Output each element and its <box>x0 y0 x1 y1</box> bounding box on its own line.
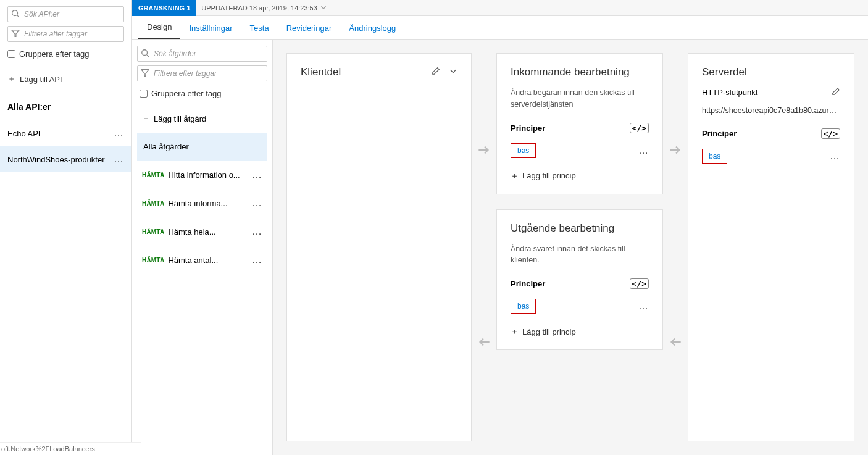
more-icon[interactable]: … <box>114 154 124 165</box>
operation-label: Hämta antal... <box>168 256 218 265</box>
inbound-add-policy-label: Lägg till princip <box>522 171 576 180</box>
chevron-down-icon[interactable] <box>449 66 457 78</box>
svg-line-1 <box>17 15 20 18</box>
operation-item[interactable]: HÄMTA Hitta information o... … <box>137 161 267 189</box>
more-icon[interactable]: … <box>252 254 262 265</box>
add-operation-button[interactable]: ＋ Lägg till åtgärd <box>137 104 267 133</box>
code-icon[interactable]: </> <box>630 123 649 133</box>
revision-updated-text: UPPDATERAD 18 apr, 2019, 14:23:53 <box>201 4 317 12</box>
plus-icon: ＋ <box>511 326 519 337</box>
svg-line-4 <box>147 55 149 57</box>
operation-label: Hitta information o... <box>168 170 240 180</box>
tab-revisions[interactable]: Revideringar <box>278 17 341 39</box>
http-method: HÄMTA <box>142 172 164 178</box>
add-operation-label: Lägg till åtgärd <box>154 114 206 123</box>
status-bar: oft.Network%2FLoadBalancers <box>0 442 141 455</box>
filter-apis-wrap <box>7 26 124 42</box>
svg-point-0 <box>12 10 18 16</box>
chevron-down-icon <box>320 4 327 12</box>
group-by-tag-ops-label: Gruppera efter tagg <box>151 89 221 98</box>
operation-item[interactable]: HÄMTA Hämta hela... … <box>137 217 267 246</box>
http-method: HÄMTA <box>142 228 164 235</box>
group-by-tag-ops-checkbox[interactable] <box>140 90 148 98</box>
inbound-title: Inkommande bearbetning <box>511 66 630 78</box>
backend-endpoint-url: https://shoestoreapi0c7e8a1b80.azurewebs… <box>702 106 840 115</box>
edit-icon[interactable] <box>432 66 440 78</box>
more-icon[interactable]: … <box>252 226 262 237</box>
operation-label: Hämta hela... <box>168 227 215 236</box>
operation-item[interactable]: HÄMTA Hämta informa... … <box>137 189 267 217</box>
search-ops-input[interactable] <box>137 46 267 62</box>
svg-marker-2 <box>12 30 19 37</box>
filter-icon <box>141 69 149 77</box>
outbound-panel: Utgående bearbetning Ändra svaret innan … <box>496 209 663 351</box>
filter-apis-input[interactable] <box>7 26 124 42</box>
tab-bar: Design Inställningar Testa Revideringar … <box>132 16 868 40</box>
group-by-tag-ops[interactable]: Gruppera efter tagg <box>137 85 267 104</box>
tab-test[interactable]: Testa <box>241 17 278 39</box>
search-apis-wrap <box>7 6 124 22</box>
backend-title: Serverdel <box>702 66 747 78</box>
plus-icon: ＋ <box>142 113 150 124</box>
svg-marker-5 <box>141 70 149 77</box>
tab-changelog[interactable]: Ändringslogg <box>340 17 404 39</box>
search-apis-input[interactable] <box>7 6 124 22</box>
group-by-tag-label: Gruppera efter tagg <box>19 49 89 59</box>
filter-ops-input[interactable] <box>137 65 267 81</box>
revision-pill[interactable]: GRANSKNING 1 <box>132 0 196 16</box>
backend-policies-label: Principer <box>702 129 737 138</box>
inbound-add-policy[interactable]: ＋ Lägg till princip <box>511 167 649 182</box>
inbound-policies-label: Principer <box>511 123 545 133</box>
operation-item[interactable]: HÄMTA Hämta antal... … <box>137 246 267 274</box>
filter-ops-wrap <box>137 65 267 81</box>
inbound-panel: Inkommande bearbetning Ändra begäran inn… <box>496 53 663 194</box>
more-icon[interactable]: … <box>830 151 840 162</box>
revision-updated[interactable]: UPPDATERAD 18 apr, 2019, 14:23:53 <box>196 4 332 12</box>
operation-label: Hämta informa... <box>168 199 227 208</box>
plus-icon: ＋ <box>511 170 519 182</box>
search-icon <box>141 49 149 57</box>
middle-stack: Inkommande bearbetning Ändra begäran inn… <box>496 53 663 441</box>
code-icon[interactable]: </> <box>630 278 649 289</box>
edit-icon[interactable] <box>832 87 840 98</box>
arrow-col-1 <box>472 53 496 441</box>
more-icon[interactable]: … <box>638 301 649 312</box>
group-by-tag-apis-checkbox[interactable] <box>7 50 15 58</box>
more-icon[interactable]: … <box>252 169 262 180</box>
more-icon[interactable]: … <box>638 145 649 156</box>
revision-bar: GRANSKNING 1 UPPDATERAD 18 apr, 2019, 14… <box>132 0 868 16</box>
outbound-add-policy-label: Lägg till princip <box>522 327 576 336</box>
api-item-echo[interactable]: Echo API … <box>0 120 131 146</box>
all-apis-heading[interactable]: Alla API:er <box>7 93 124 114</box>
arrow-left-icon <box>476 334 492 353</box>
api-sidebar: Gruppera efter tagg ＋ Lägg till API Alla… <box>0 0 132 455</box>
arrow-left-icon <box>667 334 683 353</box>
outbound-title: Utgående bearbetning <box>511 222 614 235</box>
inbound-base-policy[interactable]: bas <box>511 143 536 158</box>
http-method: HÄMTA <box>142 200 164 207</box>
search-icon <box>11 9 20 18</box>
group-by-tag-apis[interactable]: Gruppera efter tagg <box>7 46 124 65</box>
main-area: GRANSKNING 1 UPPDATERAD 18 apr, 2019, 14… <box>132 0 868 455</box>
arrow-right-icon <box>667 142 683 161</box>
outbound-add-policy[interactable]: ＋ Lägg till princip <box>511 322 649 337</box>
code-icon[interactable]: </> <box>821 128 840 139</box>
filter-icon <box>11 29 20 38</box>
backend-endpoint-label: HTTP-slutpunkt <box>702 88 757 97</box>
outbound-policies-label: Principer <box>511 279 545 288</box>
frontend-panel: Klientdel <box>286 53 472 441</box>
api-item-label: NorthWindShoes-produkter <box>7 155 105 164</box>
more-icon[interactable]: … <box>252 198 262 209</box>
outbound-base-policy[interactable]: bas <box>511 299 536 314</box>
inbound-desc: Ändra begäran innan den skickas till ser… <box>511 87 649 111</box>
plus-icon: ＋ <box>7 73 16 85</box>
more-icon[interactable]: … <box>114 128 124 139</box>
backend-base-policy[interactable]: bas <box>702 149 727 164</box>
operation-all[interactable]: Alla åtgärder <box>137 133 267 161</box>
operations-column: Gruppera efter tagg ＋ Lägg till åtgärd A… <box>132 40 273 455</box>
add-api-button[interactable]: ＋ Lägg till API <box>7 65 124 93</box>
add-api-label: Lägg till API <box>20 75 62 84</box>
tab-design[interactable]: Design <box>138 16 180 39</box>
tab-settings[interactable]: Inställningar <box>180 17 241 39</box>
api-item-northwind[interactable]: NorthWindShoes-produkter … <box>0 146 131 172</box>
